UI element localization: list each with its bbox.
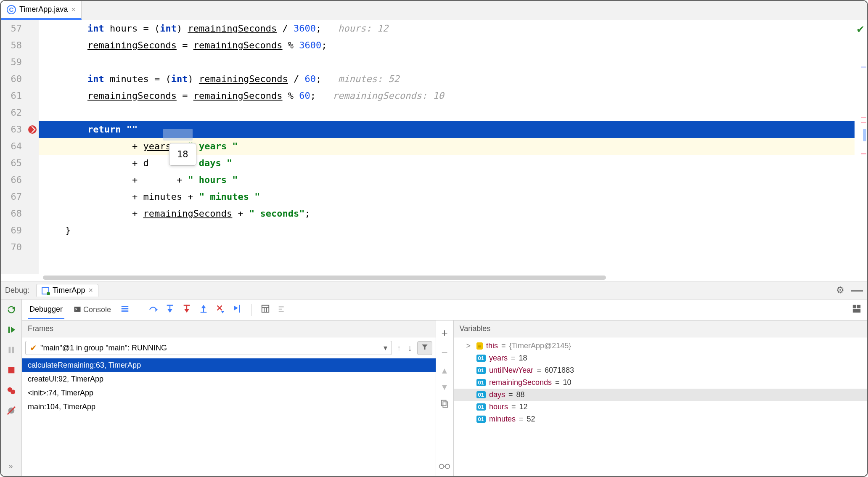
code-editor[interactable]: 5758596061626364656667686970 int hours =… xyxy=(1,20,867,274)
code-line[interactable]: int hours = (int) remainingSeconds / 360… xyxy=(39,20,855,37)
mute-breakpoints-button[interactable] xyxy=(5,405,17,416)
variable-row[interactable]: 01minutes = 52 xyxy=(454,413,868,425)
scroll-thumb[interactable] xyxy=(863,129,866,141)
run-config-label: TimerApp xyxy=(53,286,85,295)
breakpoint-icon[interactable] xyxy=(28,125,37,134)
code-line[interactable] xyxy=(39,239,855,256)
variable-highlight xyxy=(163,129,193,140)
svg-rect-0 xyxy=(8,327,10,333)
file-tab[interactable]: C TimerApp.java × xyxy=(1,1,82,20)
svg-rect-3 xyxy=(12,347,14,353)
frame-item[interactable]: <init>:74, TimerApp xyxy=(22,386,436,400)
evaluate-button[interactable] xyxy=(261,304,270,315)
debug-panes: Frames ✔ "main"@1 in group "main": RUNNI… xyxy=(22,321,867,476)
editor-tab-bar: C TimerApp.java × xyxy=(1,1,867,20)
variable-row[interactable]: 01untilNewYear = 6071883 xyxy=(454,364,868,376)
code-line[interactable] xyxy=(39,54,855,71)
marker xyxy=(861,66,866,68)
frame-item[interactable]: main:104, TimerApp xyxy=(22,400,436,414)
up-button[interactable]: ▲ xyxy=(440,366,449,376)
frame-list[interactable]: calculateRemaining:63, TimerAppcreateUI:… xyxy=(22,358,436,476)
analysis-ok-icon: ✔ xyxy=(856,24,865,35)
glasses-icon[interactable] xyxy=(439,461,450,472)
thread-selector[interactable]: ✔ "main"@1 in group "main": RUNNING ▾ xyxy=(25,341,392,355)
tab-debugger[interactable]: Debugger xyxy=(28,301,64,319)
code-line[interactable]: remainingSeconds = remainingSeconds % 36… xyxy=(39,37,855,54)
scroll-thumb[interactable] xyxy=(43,276,606,280)
svg-marker-15 xyxy=(168,309,172,313)
code-content[interactable]: int hours = (int) remainingSeconds / 360… xyxy=(39,20,855,274)
code-line[interactable]: + remainingSeconds + " seconds"; xyxy=(39,205,855,222)
pause-button[interactable] xyxy=(5,344,17,356)
svg-marker-21 xyxy=(201,305,206,308)
prev-frame-button[interactable]: ↑ xyxy=(395,342,403,355)
frames-title: Frames xyxy=(22,321,436,337)
svg-rect-28 xyxy=(262,305,269,313)
code-line[interactable]: } xyxy=(39,222,855,239)
debug-toolbar: Debugger Console xyxy=(22,299,867,321)
svg-rect-4 xyxy=(8,367,14,374)
variable-row[interactable]: 01years = 18 xyxy=(454,352,868,364)
frame-item[interactable]: calculateRemaining:63, TimerApp xyxy=(22,358,436,372)
variable-row[interactable]: >≡this = {TimerApp@2145} xyxy=(454,340,868,352)
next-frame-button[interactable]: ↓ xyxy=(406,342,414,355)
trace-button[interactable] xyxy=(278,304,287,315)
close-icon[interactable]: × xyxy=(71,5,75,14)
svg-marker-1 xyxy=(11,327,15,333)
variable-row[interactable]: 01hours = 12 xyxy=(454,401,868,413)
threads-icon[interactable] xyxy=(120,304,130,315)
code-line[interactable]: int minutes = (int) remainingSeconds / 6… xyxy=(39,71,855,87)
debug-side-toolbar: » xyxy=(1,299,22,476)
thread-label: "main"@1 in group "main": RUNNING xyxy=(40,344,167,352)
code-line[interactable]: + d + " days " xyxy=(39,155,855,172)
drop-frame-button[interactable] xyxy=(216,304,225,315)
code-line[interactable]: remainingSeconds = remainingSeconds % 60… xyxy=(39,87,855,104)
rerun-button[interactable] xyxy=(5,304,17,315)
svg-rect-9 xyxy=(74,307,81,312)
svg-rect-39 xyxy=(442,400,446,406)
svg-rect-2 xyxy=(8,347,11,353)
variables-title: Variables xyxy=(454,321,868,337)
code-line[interactable]: + minutes + " minutes " xyxy=(39,188,855,205)
gear-icon[interactable]: ⚙ xyxy=(836,285,844,296)
down-button[interactable]: ▼ xyxy=(440,382,449,392)
horizontal-scrollbar[interactable] xyxy=(1,274,867,281)
code-line[interactable]: + years + " years " xyxy=(39,138,855,155)
hide-icon[interactable]: — xyxy=(851,284,863,297)
value-tooltip: 18 xyxy=(169,143,196,166)
code-line[interactable]: return "" xyxy=(39,121,855,138)
step-over-button[interactable] xyxy=(148,304,158,315)
frame-item[interactable]: createUI:92, TimerApp xyxy=(22,372,436,386)
frames-controls: ✔ "main"@1 in group "main": RUNNING ▾ ↑ … xyxy=(22,337,436,358)
filter-button[interactable] xyxy=(417,341,432,355)
step-out-button[interactable] xyxy=(199,304,208,315)
svg-point-41 xyxy=(439,464,444,469)
resume-button[interactable] xyxy=(5,324,17,336)
tab-console[interactable]: Console xyxy=(72,301,113,318)
marker xyxy=(861,153,866,154)
variable-row[interactable]: 01days = 88 xyxy=(454,389,868,401)
class-file-icon: C xyxy=(7,5,16,14)
copy-button[interactable] xyxy=(440,399,449,410)
svg-marker-38 xyxy=(422,344,428,350)
step-into-button[interactable] xyxy=(165,304,175,315)
stop-button[interactable] xyxy=(5,364,17,376)
variables-toolbar: + − ▲ ▼ xyxy=(436,321,454,476)
svg-rect-40 xyxy=(443,402,447,407)
variable-row[interactable]: 01remainingSeconds = 10 xyxy=(454,376,868,389)
breakpoint-gutter[interactable] xyxy=(26,20,39,274)
close-icon[interactable]: × xyxy=(88,286,93,295)
debug-toolwindow: » Debugger Console Frames xyxy=(1,299,867,476)
view-breakpoints-button[interactable] xyxy=(5,384,17,396)
code-line[interactable]: + + " hours " xyxy=(39,172,855,188)
force-step-into-button[interactable] xyxy=(182,304,191,315)
code-line[interactable] xyxy=(39,104,855,121)
layout-button[interactable] xyxy=(852,304,861,315)
more-button[interactable]: » xyxy=(5,460,17,472)
add-watch-button[interactable]: + xyxy=(441,326,447,339)
debug-toolwindow-header: Debug: TimerApp × ⚙ — xyxy=(1,281,867,299)
remove-watch-button[interactable]: − xyxy=(441,346,447,359)
run-to-cursor-button[interactable] xyxy=(233,304,242,315)
run-config-tab[interactable]: TimerApp × xyxy=(36,284,98,297)
variables-list[interactable]: >≡this = {TimerApp@2145}01years = 1801un… xyxy=(454,337,868,476)
